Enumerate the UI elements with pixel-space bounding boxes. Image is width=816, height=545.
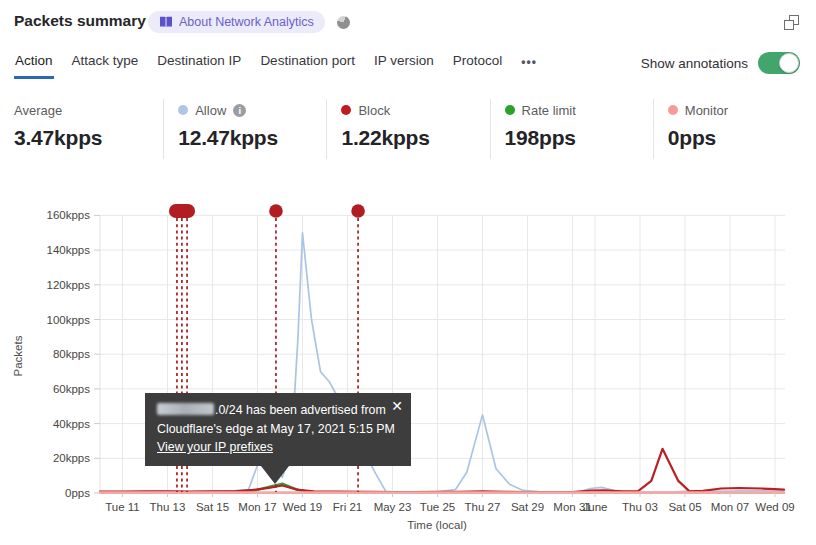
x-tick-label: May 23: [374, 501, 412, 513]
tooltip-line-2: Cloudflare's edge at May 17, 2021 5:15 P…: [157, 420, 399, 439]
redacted-ip-prefix: [157, 403, 214, 415]
x-tick-label: Fri 21: [333, 501, 362, 513]
x-tick-label: Mon 17: [238, 501, 276, 513]
annotation-marker[interactable]: [269, 204, 283, 218]
x-tick-label: Tue 25: [420, 501, 455, 513]
y-tick-label: 80kpps: [53, 348, 90, 360]
y-axis-title: Packets: [12, 335, 24, 376]
annotation-tooltip: ✕ .0/24 has been advertised from Cloudfl…: [145, 393, 411, 466]
x-tick-label: June: [583, 501, 608, 513]
x-tick-label: Wed 09: [755, 501, 794, 513]
y-tick-label: 160kpps: [47, 209, 91, 221]
x-tick-label: Sat 05: [668, 501, 701, 513]
y-tick-label: 120kpps: [47, 279, 91, 291]
x-tick-label: Thu 27: [465, 501, 501, 513]
tooltip-caret: [261, 466, 289, 484]
x-tick-label: Sat 15: [196, 501, 229, 513]
annotation-marker[interactable]: [351, 204, 365, 218]
tooltip-close-button[interactable]: ✕: [389, 397, 405, 415]
tooltip-line-1: .0/24 has been advertised from: [157, 401, 399, 420]
x-tick-label: Thu 03: [622, 501, 658, 513]
x-tick-label: Sat 29: [511, 501, 544, 513]
x-tick-label: Wed 19: [283, 501, 322, 513]
chart-axes: 0pps20kpps40kpps60kpps80kpps100kpps120kp…: [47, 209, 795, 513]
view-ip-prefixes-link[interactable]: View your IP prefixes: [157, 440, 273, 454]
x-tick-label: Thu 13: [150, 501, 186, 513]
annotation-marker-cluster[interactable]: [169, 204, 195, 218]
y-tick-label: 140kpps: [47, 244, 91, 256]
y-tick-label: 40kpps: [53, 418, 90, 430]
x-tick-label: Mon 07: [711, 501, 749, 513]
y-tick-label: 60kpps: [53, 383, 90, 395]
y-tick-label: 20kpps: [53, 452, 90, 464]
y-tick-label: 0pps: [65, 487, 90, 499]
network-analytics-panel: Packets summary About Network Analytics …: [0, 0, 816, 545]
x-tick-label: Tue 11: [105, 501, 140, 513]
x-axis-title: Time (local): [407, 519, 467, 531]
y-tick-label: 100kpps: [47, 314, 91, 326]
